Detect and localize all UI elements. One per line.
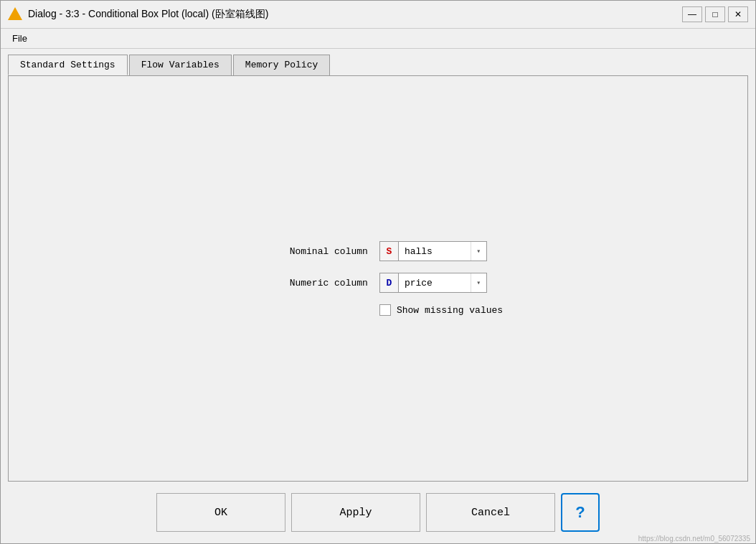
numeric-column-label: Numeric column [253, 278, 368, 289]
numeric-column-arrow: ▾ [471, 273, 486, 292]
minimize-button[interactable]: — [682, 6, 702, 22]
file-menu[interactable]: File [8, 32, 32, 45]
tab-flow-variables[interactable]: Flow Variables [129, 55, 232, 75]
nominal-column-arrow: ▾ [471, 242, 486, 261]
settings-content: Nominal column S halls ▾ Numeric column … [9, 76, 747, 481]
nominal-column-label: Nominal column [253, 246, 368, 257]
title-bar: Dialog - 3:3 - Conditional Box Plot (loc… [1, 1, 755, 29]
title-bar-left: Dialog - 3:3 - Conditional Box Plot (loc… [8, 7, 268, 22]
show-missing-row: Show missing values [379, 304, 503, 316]
apply-button[interactable]: Apply [291, 493, 420, 532]
help-button[interactable]: ? [561, 493, 600, 532]
watermark-text: https://blog.csdn.net/m0_56072335 [638, 535, 750, 543]
tabs-area: Standard Settings Flow Variables Memory … [1, 49, 755, 75]
maximize-button[interactable]: □ [705, 6, 725, 22]
tab-memory-policy[interactable]: Memory Policy [233, 55, 330, 75]
window-title: Dialog - 3:3 - Conditional Box Plot (loc… [28, 8, 268, 21]
numeric-column-dropdown[interactable]: D price ▾ [379, 273, 487, 293]
numeric-column-value: price [399, 278, 471, 289]
nominal-column-icon: S [380, 242, 399, 261]
title-bar-controls: — □ ✕ [682, 6, 748, 22]
content-panel: Nominal column S halls ▾ Numeric column … [8, 75, 748, 482]
ok-button[interactable]: OK [156, 493, 285, 532]
nominal-column-row: Nominal column S halls ▾ [253, 241, 487, 261]
app-icon [8, 7, 22, 22]
numeric-column-icon: D [380, 273, 399, 292]
show-missing-label: Show missing values [397, 305, 503, 316]
menu-bar: File [1, 29, 755, 49]
cancel-button[interactable]: Cancel [426, 493, 555, 532]
show-missing-checkbox[interactable] [379, 304, 391, 316]
main-window: Dialog - 3:3 - Conditional Box Plot (loc… [0, 0, 756, 544]
close-button[interactable]: ✕ [728, 6, 748, 22]
nominal-column-dropdown[interactable]: S halls ▾ [379, 241, 487, 261]
nominal-column-value: halls [399, 246, 471, 257]
tab-standard-settings[interactable]: Standard Settings [8, 55, 128, 75]
form-area: Nominal column S halls ▾ Numeric column … [253, 241, 503, 316]
numeric-column-row: Numeric column D price ▾ [253, 273, 487, 293]
